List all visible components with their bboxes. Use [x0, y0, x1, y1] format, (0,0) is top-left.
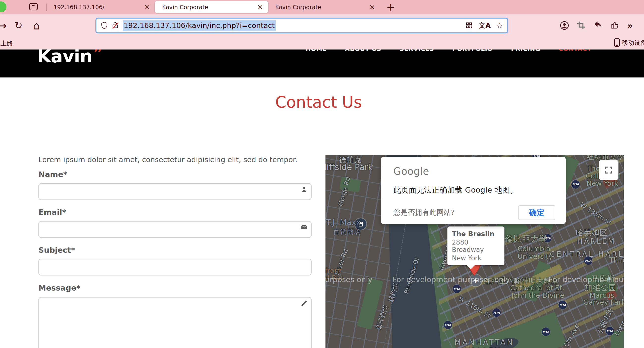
subway-mta-icon[interactable]: MTA [571, 180, 580, 188]
message-label: Message* [38, 283, 80, 292]
subway-mta-icon[interactable]: MTA [492, 308, 501, 317]
qr-code-icon[interactable] [465, 21, 473, 29]
map-label: MANHATTAN [454, 338, 514, 347]
tab-3[interactable]: Kavin Corporate × [271, 0, 379, 14]
email-input[interactable] [38, 221, 312, 238]
map-label: liffside Park [326, 162, 373, 172]
watermark-text: For development purposes only [326, 275, 372, 284]
google-maps-error-dialog: Google 此页面无法正确加载 Google 地图。 您是否拥有此网站? 确定 [381, 157, 566, 224]
tab-bar: 192.168.137.106/ × Kavin Corporate × Kav… [0, 0, 644, 14]
bookmark-label: 移动设备 [622, 39, 644, 47]
dialog-ok-button[interactable]: 确定 [518, 205, 555, 220]
info-window-city: New York [452, 254, 500, 262]
name-label: Name* [38, 170, 67, 179]
map-label: 百货商场 [333, 227, 361, 236]
message-textarea[interactable] [38, 297, 312, 348]
page-title: Contact Us [0, 93, 637, 111]
map-label: University [518, 252, 552, 261]
map-label: New York [586, 179, 618, 188]
logo-text: Kavin [37, 49, 92, 67]
map-label: front [326, 267, 342, 275]
dialog-question: 您是否拥有此网站? [394, 208, 454, 217]
webpage: Kavin” HOMEABOUT USSERVICESPORTFOLIOPRIC… [0, 49, 644, 348]
map-label: Third A [609, 256, 624, 264]
person-icon [301, 186, 308, 193]
forward-button[interactable]: → [0, 20, 8, 31]
subject-input[interactable] [38, 259, 312, 276]
main-nav: HOMEABOUT USSERVICESPORTFOLIOPRICINGCONT… [306, 49, 592, 52]
translate-icon[interactable]: 文A [479, 21, 490, 30]
nav-link[interactable]: CONTACT [559, 49, 592, 52]
site-navbar: Kavin” HOMEABOUT USSERVICESPORTFOLIOPRIC… [0, 49, 644, 77]
close-icon[interactable]: × [142, 3, 152, 11]
intro-text: Lorem ipsum dolor sit amet, consectetur … [38, 156, 298, 164]
site-logo[interactable]: Kavin” [37, 49, 103, 67]
insecure-lock-icon[interactable] [111, 21, 119, 29]
map-label: Columbia [518, 245, 550, 253]
mobile-bookmarks-item[interactable]: 移动设备 [614, 38, 644, 47]
tab-title: Kavin Corporate [162, 4, 208, 10]
nav-link[interactable]: HOME [306, 49, 327, 52]
screenshot-crop-icon[interactable] [576, 21, 586, 30]
tab-title: Kavin Corporate [275, 4, 321, 10]
url-text[interactable]: 192.168.137.106/kavin/inc.php?i=contact [123, 20, 276, 31]
map-label: Cathedral of St. [510, 284, 564, 292]
pencil-icon [301, 300, 308, 307]
fullscreen-button[interactable] [599, 160, 618, 180]
google-logo-text: Google [394, 166, 429, 177]
email-label: Email* [38, 208, 66, 217]
browser-window: 192.168.137.106/ × Kavin Corporate × Kav… [0, 0, 644, 348]
tab-separator [46, 3, 46, 11]
tracking-protection-shield-icon[interactable] [100, 21, 108, 29]
tab-2-active[interactable]: Kavin Corporate × [155, 1, 268, 13]
mobile-phone-icon [614, 38, 620, 47]
subway-mta-icon[interactable]: MTA [453, 285, 461, 293]
subway-mta-icon[interactable]: MTA [444, 321, 452, 329]
info-window-address: 2880 Broadway [452, 239, 500, 253]
bookmarks-bar: 上路 移动设备 [0, 36, 644, 49]
map-label: VALLEY [465, 346, 501, 348]
extensions-icon[interactable] [610, 21, 620, 30]
map-info-window[interactable]: The Breslin 2880 Broadway New York [448, 226, 504, 265]
google-map[interactable]: + M MTAMTAMTAMTAMTAMTAMTAMTAMTAMTA 德帕克li… [326, 155, 624, 348]
map-label: John the Divine [512, 291, 564, 300]
macos-zoom-button[interactable] [0, 1, 6, 12]
home-button[interactable]: ⌂ [31, 20, 42, 31]
map-label: Garvey Park [583, 298, 624, 306]
name-input[interactable] [38, 183, 312, 200]
navigation-toolbar: → ↻ ⌂ 192.168.137.106/kavin/inc.php?i=co… [0, 14, 644, 36]
address-bar[interactable]: 192.168.137.106/kavin/inc.php?i=contact … [96, 17, 508, 33]
info-window-title: The Breslin [452, 230, 500, 238]
map-label: HARLEM [577, 237, 616, 246]
nav-link[interactable]: PRICING [511, 49, 540, 52]
close-icon[interactable]: × [256, 3, 265, 11]
reload-button[interactable]: ↻ [13, 20, 24, 31]
nav-link[interactable]: ABOUT US [345, 49, 381, 52]
subway-mta-icon[interactable]: MTA [558, 301, 567, 309]
undo-arrow-icon[interactable] [594, 21, 603, 30]
envelope-icon [301, 224, 308, 231]
new-tab-button[interactable]: + [385, 1, 396, 13]
nav-link[interactable]: PORTFOLIO [452, 49, 492, 52]
close-icon[interactable]: × [368, 3, 377, 11]
firefox-view-icon[interactable] [29, 3, 38, 10]
subway-mta-icon[interactable]: MTA [542, 328, 550, 336]
tab-1[interactable]: 192.168.137.106/ × [49, 0, 154, 14]
toolbar-right-cluster: » [560, 20, 644, 31]
logo-quote-mark: ” [93, 49, 102, 61]
account-icon[interactable] [560, 21, 569, 30]
bookmark-item[interactable]: 上路 [0, 39, 13, 47]
watermark-text: For development purposes only [392, 275, 510, 284]
map-label: T.J. Maxx [326, 217, 361, 227]
overflow-chevron-icon[interactable]: » [627, 20, 633, 31]
bookmark-star-icon[interactable]: ☆ [496, 21, 503, 30]
nav-link[interactable]: SERVICES [400, 49, 434, 52]
tab-title: 192.168.137.106/ [54, 4, 104, 10]
dialog-error-message: 此页面无法正确加载 Google 地图。 [394, 185, 518, 195]
subject-label: Subject* [38, 246, 75, 254]
watermark-text: For development purposes only [548, 275, 624, 284]
